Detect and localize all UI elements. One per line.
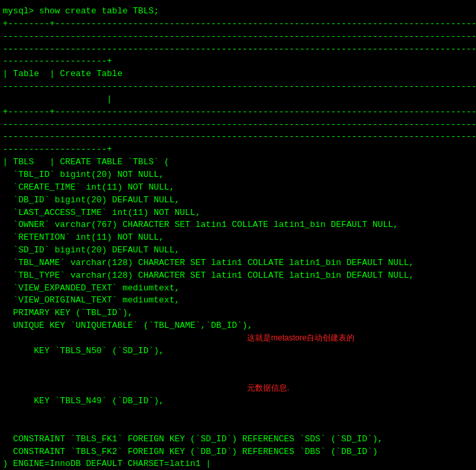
border-dashes-5: ----------------------------------------… — [0, 119, 476, 132]
sql-line-14: UNIQUE KEY `UNIQUETABLE` (`TBL_NAME`,`DB… — [0, 320, 476, 332]
cursor-line: | — [0, 93, 476, 106]
border-short-2: --------------------+ — [0, 144, 476, 156]
sql-line-19: ) ENGINE=InnoDB DEFAULT CHARSET=latin1 | — [0, 458, 476, 470]
sql-line-16: KEY `TBLS_N49` (`DB_ID`), — [23, 396, 164, 406]
sql-line-8: `SD_ID` bigint(20) DEFAULT NULL, — [0, 244, 476, 257]
annotation-line2: 元数据信息. — [247, 383, 289, 394]
sql-line-1: | TBLS | CREATE TABLE `TBLS` ( — [0, 156, 476, 169]
sql-line-3: `CREATE_TIME` int(11) NOT NULL, — [0, 182, 476, 194]
terminal-window: mysql> show create table TBLS; +--------… — [0, 0, 476, 470]
sql-line-12: `VIEW_ORIGINAL_TEXT` mediumtext, — [0, 294, 476, 307]
sql-line-2: `TBL_ID` bigint(20) NOT NULL, — [0, 169, 476, 182]
sql-line-18: CONSTRAINT `TBLS_FK2` FOREIGN KEY (`DB_I… — [0, 446, 476, 459]
border-dashes-6: ----------------------------------------… — [0, 131, 476, 144]
command-prompt: mysql> show create table TBLS; — [0, 5, 476, 18]
sql-line-10: `TBL_TYPE` varchar(128) CHARACTER SET la… — [0, 270, 476, 282]
sql-line-9: `TBL_NAME` varchar(128) CHARACTER SET la… — [0, 257, 476, 270]
border-dashes-4: +--------+------------------------------… — [0, 106, 476, 119]
border-short-1: --------------------+ — [0, 55, 476, 68]
sql-line-15-container: KEY `TBLS_N50` (`SD_ID`), 这就是metastore自动… — [0, 332, 476, 383]
border-dashes-1: ----------------------------------------… — [0, 31, 476, 43]
sql-line-11: `VIEW_EXPANDED_TEXT` mediumtext, — [0, 282, 476, 295]
sql-line-4: `DB_ID` bigint(20) DEFAULT NULL, — [0, 194, 476, 207]
sql-line-17: CONSTRAINT `TBLS_FK1` FOREIGN KEY (`SD_I… — [0, 433, 476, 446]
border-dashes-2: ----------------------------------------… — [0, 43, 476, 56]
border-dashes-3: ----------------------------------------… — [0, 81, 476, 93]
border-top-1: +--------+------------------------------… — [0, 18, 476, 31]
sql-line-16-container: KEY `TBLS_N49` (`DB_ID`), 元数据信息. — [0, 383, 476, 433]
sql-line-7: `RETENTION` int(11) NOT NULL, — [0, 232, 476, 244]
sql-line-5: `LAST_ACCESS_TIME` int(11) NOT NULL, — [0, 207, 476, 220]
annotation-line1: 这就是metastore自动创建表的 — [247, 332, 354, 344]
sql-line-13: PRIMARY KEY (`TBL_ID`), — [0, 307, 476, 320]
sql-line-6: `OWNER` varchar(767) CHARACTER SET latin… — [0, 219, 476, 232]
sql-line-15: KEY `TBLS_N50` (`SD_ID`), — [23, 346, 164, 356]
header-line: | Table | Create Table — [0, 68, 476, 81]
